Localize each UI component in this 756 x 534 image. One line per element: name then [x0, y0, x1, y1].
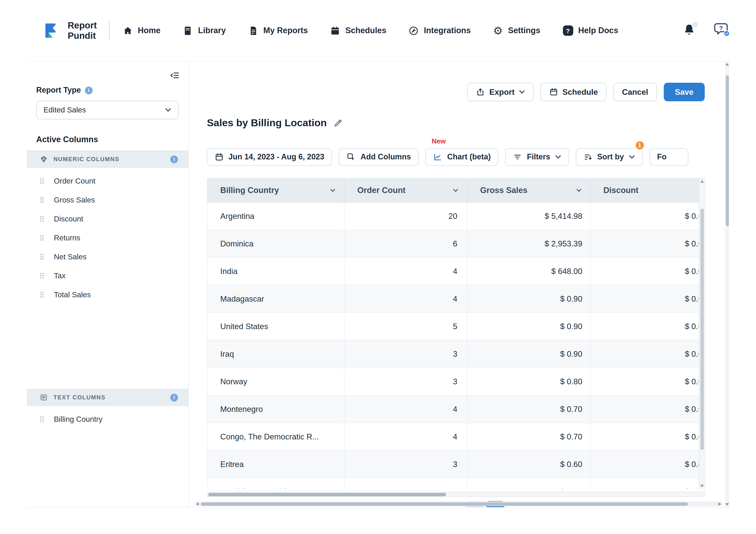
numeric-column-item[interactable]: Discount	[27, 209, 188, 228]
collapse-sidebar-button[interactable]	[169, 70, 180, 82]
table-row: India 4 $ 648.00 $ 0.0	[207, 258, 705, 285]
table-row: Iraq 3 $ 0.90 $ 0.0	[207, 340, 705, 368]
drag-handle-icon[interactable]	[40, 196, 44, 203]
drag-handle-icon[interactable]	[40, 253, 44, 260]
report-actions-row: Export Schedule Cancel Save	[207, 83, 705, 101]
cancel-button[interactable]: Cancel	[613, 83, 657, 101]
scroll-up-arrow[interactable]	[700, 180, 704, 183]
cell-discount: $ 0.0	[590, 258, 705, 285]
cell-order-count: 2	[344, 478, 467, 489]
report-type-info-icon[interactable]: i	[85, 87, 93, 94]
column-header-discount[interactable]: Discount	[590, 178, 705, 202]
nav-item-library[interactable]: Library	[183, 26, 226, 36]
report-type-select[interactable]: Edited Sales	[36, 101, 178, 119]
filters-button[interactable]: Filters	[505, 148, 569, 166]
sort-icon	[583, 153, 592, 162]
numeric-column-item[interactable]: Order Count	[27, 171, 188, 191]
drag-handle-icon[interactable]	[40, 291, 44, 298]
sort-count-badge: 1	[635, 140, 645, 150]
column-item-label: Discount	[54, 214, 83, 223]
drag-handle-icon[interactable]	[40, 177, 44, 184]
scroll-left-arrow[interactable]	[196, 502, 199, 506]
export-button[interactable]: Export	[468, 83, 534, 101]
new-badge: New	[432, 138, 446, 145]
cell-gross-sales: $ 0.90	[467, 313, 590, 340]
cell-order-count: 6	[344, 230, 467, 258]
text-columns-info-icon[interactable]: i	[170, 394, 178, 401]
scrollbar-thumb[interactable]	[201, 502, 688, 506]
page-title: Sales by Billing Location	[207, 117, 327, 129]
drag-handle-icon[interactable]	[40, 234, 44, 241]
cell-billing-country: Montenegro	[207, 395, 344, 423]
scroll-down-arrow[interactable]	[700, 485, 704, 487]
filter-icon	[513, 153, 522, 162]
table-row: Norway 3 $ 0.80 $ 0.0	[207, 368, 705, 395]
numeric-columns-info-icon[interactable]: i	[170, 155, 178, 163]
drag-handle-icon[interactable]	[40, 416, 44, 423]
text-list-icon	[40, 393, 48, 401]
column-header-billing-country[interactable]: Billing Country	[207, 178, 344, 202]
column-item-label: Gross Sales	[54, 195, 95, 204]
chart-beta-button[interactable]: Chart (beta)	[426, 148, 499, 166]
gear-icon: ⚙	[493, 26, 503, 36]
drag-handle-icon[interactable]	[40, 272, 44, 279]
cell-billing-country: Argentina	[207, 202, 344, 230]
column-header-gross-sales[interactable]: Gross Sales	[467, 178, 590, 202]
numeric-column-item[interactable]: Gross Sales	[27, 191, 188, 209]
cell-gross-sales: $ 5,414.98	[467, 202, 590, 230]
cell-discount: $ 0.0	[590, 230, 705, 258]
nav-item-settings[interactable]: ⚙ Settings	[493, 26, 540, 36]
cell-order-count: 4	[344, 395, 467, 423]
scrollbar-thumb[interactable]	[208, 493, 446, 496]
scrollbar-thumb[interactable]	[726, 75, 729, 226]
sort-caret-icon	[453, 189, 458, 192]
sort-by-button[interactable]: Sort by 1	[576, 148, 642, 166]
table-vertical-scrollbar[interactable]	[699, 178, 705, 489]
numeric-column-item[interactable]: Net Sales	[27, 247, 188, 266]
table-row: United States 5 $ 0.90 $ 0.0	[207, 313, 705, 340]
report-main: Export Schedule Cancel Save Sales by Bil…	[189, 62, 729, 507]
date-range-button[interactable]: Jun 14, 2023 - Aug 6, 2023	[207, 148, 332, 166]
cell-billing-country: Congo, The Democratic R...	[207, 423, 344, 451]
help-chat-button[interactable]: ?	[714, 22, 730, 39]
report-table: Billing Country Order Count Gross Sales …	[207, 178, 705, 489]
numeric-column-item[interactable]: Total Sales	[27, 285, 188, 304]
format-button-partial[interactable]: Fo	[649, 148, 688, 166]
report-type-label: Report Type	[36, 86, 81, 95]
table-row: Argentina 20 $ 5,414.98 $ 0.0	[207, 202, 705, 230]
table-row: Dominican Republic 2 $ 0.60 $ 0.0	[207, 478, 705, 489]
cell-billing-country: Madagascar	[207, 285, 344, 313]
text-column-item[interactable]: Billing Country	[27, 410, 188, 429]
column-item-label: Billing Country	[54, 415, 103, 424]
column-item-label: Returns	[54, 233, 80, 242]
chevron-down-icon	[165, 108, 171, 112]
edit-pencil-icon[interactable]	[333, 118, 343, 128]
nav-item-home[interactable]: Home	[122, 26, 161, 36]
table-horizontal-scrollbar[interactable]	[207, 492, 705, 497]
add-columns-button[interactable]: Add Columns	[339, 148, 419, 166]
numeric-columns-section-header: NUMERIC COLUMNS i	[27, 150, 188, 168]
scroll-right-arrow[interactable]	[718, 502, 721, 506]
table-row: Eritrea 3 $ 0.60 $ 0.0	[207, 451, 705, 478]
scroll-up-arrow[interactable]	[725, 63, 729, 65]
notifications-button[interactable]	[683, 23, 696, 38]
save-button[interactable]: Save	[664, 83, 705, 101]
nav-item-schedules[interactable]: Schedules	[330, 26, 387, 36]
schedule-button[interactable]: Schedule	[540, 83, 607, 101]
nav-item-my-reports[interactable]: My Reports	[248, 26, 308, 36]
cell-gross-sales: $ 0.70	[467, 395, 590, 423]
nav-item-integrations[interactable]: Integrations	[409, 26, 471, 36]
main-vertical-scrollbar[interactable]	[725, 62, 729, 507]
cell-discount: $ 0.0	[590, 340, 705, 368]
numeric-column-item[interactable]: Returns	[27, 228, 188, 247]
main-horizontal-scrollbar[interactable]	[195, 501, 722, 506]
chart-button-wrap: New Chart (beta)	[426, 148, 499, 166]
drag-handle-icon[interactable]	[40, 216, 44, 222]
cell-gross-sales: $ 0.90	[467, 340, 590, 368]
scrollbar-thumb[interactable]	[700, 209, 704, 450]
cell-discount: $ 0.0	[590, 395, 705, 423]
scroll-down-arrow[interactable]	[725, 503, 729, 506]
numeric-column-item[interactable]: Tax	[27, 266, 188, 285]
nav-item-help-docs[interactable]: ? Help Docs	[563, 25, 618, 36]
column-header-order-count[interactable]: Order Count	[344, 178, 467, 202]
